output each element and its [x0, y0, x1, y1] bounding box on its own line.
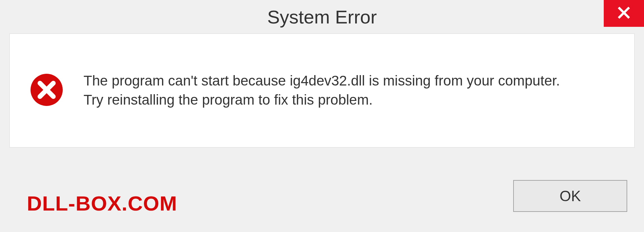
dialog-footer: DLL-BOX.COM OK	[0, 152, 644, 232]
error-message-line1: The program can't start because ig4dev32…	[84, 71, 560, 91]
watermark-text: DLL-BOX.COM	[13, 191, 177, 219]
close-button[interactable]	[604, 0, 644, 27]
dialog-title: System Error	[267, 6, 377, 28]
error-message-line2: Try reinstalling the program to fix this…	[84, 91, 560, 110]
ok-button[interactable]: OK	[513, 180, 627, 212]
content-panel: The program can't start because ig4dev32…	[9, 34, 635, 148]
ok-button-label: OK	[559, 188, 581, 205]
error-icon	[30, 73, 63, 108]
close-icon	[617, 6, 631, 21]
titlebar: System Error	[0, 0, 644, 34]
error-message: The program can't start because ig4dev32…	[84, 71, 560, 109]
